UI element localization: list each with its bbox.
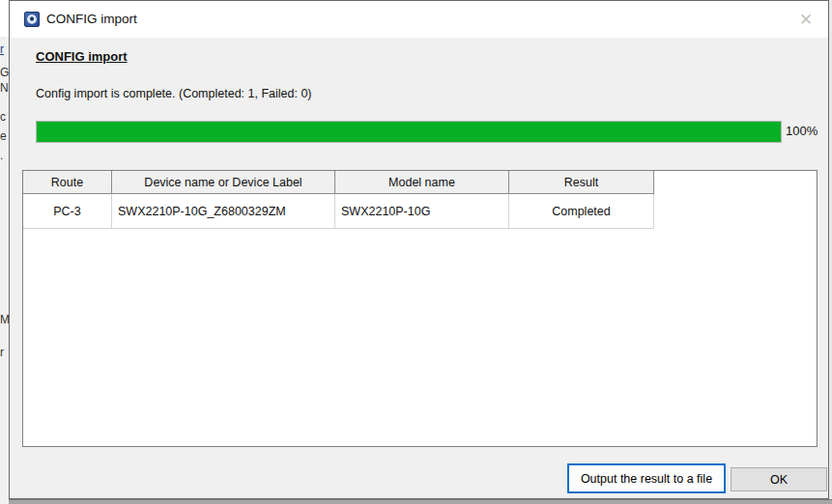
backdrop-text-fragment: G	[0, 66, 9, 79]
background-window-sliver: r G N c e . M r	[0, 0, 9, 504]
window-title: CONFIG import	[46, 12, 137, 26]
close-icon[interactable]: ✕	[795, 9, 817, 30]
backdrop-text-fragment: M	[0, 313, 9, 326]
app-icon-lens	[27, 14, 37, 24]
backdrop-text-fragment: c	[0, 110, 6, 124]
config-import-dialog: CONFIG import ✕ CONFIG import Config imp…	[9, 0, 829, 499]
dialog-heading: CONFIG import	[36, 49, 128, 64]
background-window-titlebar-edge	[0, 0, 9, 37]
output-result-to-file-button[interactable]: Output the result to a file	[567, 463, 726, 493]
table-row[interactable]: PC-3 SWX2210P-10G_Z6800329ZM SWX2210P-10…	[23, 194, 817, 229]
column-header-model[interactable]: Model name	[335, 171, 509, 194]
config-import-app-icon	[24, 12, 40, 27]
column-header-result[interactable]: Result	[509, 171, 654, 194]
progress-bar	[36, 121, 782, 143]
cell-model: SWX2210P-10G	[335, 194, 509, 229]
backdrop-text-fragment: .	[0, 149, 3, 162]
backdrop-text-fragment: e	[0, 129, 7, 143]
cell-device: SWX2210P-10G_Z6800329ZM	[112, 194, 335, 229]
cell-route: PC-3	[23, 194, 112, 229]
status-message: Config import is complete. (Completed: 1…	[36, 87, 312, 100]
dialog-titlebar: CONFIG import ✕	[10, 1, 828, 38]
progress-bar-fill	[37, 122, 781, 142]
backdrop-text-fragment: r	[0, 42, 4, 56]
ok-button[interactable]: OK	[731, 467, 827, 491]
backdrop-text-fragment: N	[0, 81, 9, 95]
progress-percent-label: 100%	[786, 124, 818, 138]
backdrop-text-fragment: r	[0, 346, 4, 359]
import-result-table: Route Device name or Device Label Model …	[22, 170, 818, 447]
background-window-bottom-edge	[9, 499, 832, 504]
table-header-row: Route Device name or Device Label Model …	[23, 171, 817, 194]
cell-result: Completed	[509, 194, 654, 229]
column-header-route[interactable]: Route	[23, 171, 112, 194]
column-header-device[interactable]: Device name or Device Label	[112, 171, 335, 194]
